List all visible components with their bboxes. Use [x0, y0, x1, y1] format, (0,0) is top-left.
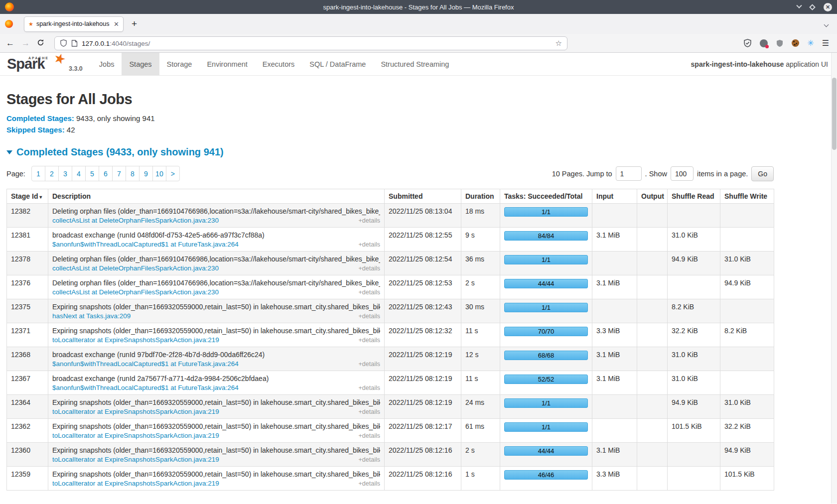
cell-shuffle-write [720, 371, 774, 395]
new-tab-button[interactable]: + [132, 18, 137, 29]
page-button-6[interactable]: 6 [99, 166, 113, 181]
shield-extension-icon[interactable] [743, 39, 752, 47]
details-toggle[interactable]: +details [359, 408, 380, 415]
column-header-shuffle-read[interactable]: Shuffle Read [668, 189, 720, 204]
cell-output [637, 323, 668, 347]
column-header-tasks-succeeded-total[interactable]: Tasks: Succeeded/Total [500, 189, 592, 204]
details-toggle[interactable]: +details [359, 480, 380, 487]
page-button-3[interactable]: 3 [58, 166, 72, 181]
cookie-extension-icon[interactable] [792, 39, 799, 47]
cell-shuffle-write: 94.9 KiB [720, 275, 774, 299]
window-title: spark-ingest-into-lakehouse - Stages for… [0, 3, 837, 11]
spark-logo[interactable]: APACHE Spark ★ [5, 53, 69, 75]
page-info-icon[interactable] [71, 40, 78, 47]
tab-close-icon[interactable]: ✕ [114, 20, 119, 28]
back-button[interactable]: ← [6, 39, 14, 47]
application-ui-suffix: application UI [784, 60, 828, 68]
stage-detail-link[interactable]: $anonfun$withThreadLocalCaptured$1 at Fu… [52, 241, 239, 248]
details-toggle[interactable]: +details [359, 265, 380, 272]
window-maximize-icon[interactable] [809, 4, 816, 10]
cell-submitted: 2022/11/25 08:13:04 [385, 204, 461, 228]
nav-item-jobs[interactable]: Jobs [92, 53, 122, 75]
stage-description-text: broadcast exchange (runId 97bdf70e-2f28-… [52, 351, 380, 359]
window-minimize-icon[interactable] [796, 3, 802, 8]
details-toggle[interactable]: +details [359, 217, 380, 224]
bookmark-star-icon[interactable]: ☆ [556, 39, 562, 48]
cell-stage-id: 12368 [7, 347, 48, 371]
cell-description: Expiring snapshots (older_than=166932055… [48, 419, 385, 443]
table-row: 12371Expiring snapshots (older_than=1669… [7, 323, 774, 347]
details-toggle[interactable]: +details [359, 432, 380, 439]
menu-icon[interactable]: ☰ [822, 38, 829, 48]
asterisk-extension-icon[interactable]: ✳ [807, 39, 814, 47]
column-header-input[interactable]: Input [592, 189, 637, 204]
sort-indicator-icon: ▾ [38, 194, 42, 200]
completed-stages-section-header[interactable]: Completed Stages (9433, only showing 941… [6, 146, 774, 158]
stage-detail-link[interactable]: $anonfun$withThreadLocalCaptured$1 at Fu… [52, 384, 239, 391]
column-header-submitted[interactable]: Submitted [385, 189, 461, 204]
page-button-10[interactable]: 10 [152, 166, 166, 181]
stage-detail-link[interactable]: toLocalIterator at ExpireSnapshotsSparkA… [52, 480, 219, 487]
page-button-4[interactable]: 4 [72, 166, 86, 181]
forward-button[interactable]: → [21, 39, 30, 47]
stage-detail-link[interactable]: toLocalIterator at ExpireSnapshotsSparkA… [52, 456, 219, 463]
stage-detail-link[interactable]: toLocalIterator at ExpireSnapshotsSparkA… [52, 336, 219, 344]
go-button[interactable]: Go [751, 166, 774, 181]
details-toggle[interactable]: +details [359, 456, 380, 463]
column-header-description[interactable]: Description [48, 189, 385, 204]
details-toggle[interactable]: +details [359, 361, 380, 368]
window-close-icon[interactable]: ✕ [824, 3, 832, 11]
tracking-shield-icon[interactable] [60, 39, 67, 47]
page-button-1[interactable]: 1 [31, 166, 45, 181]
skipped-stages-value: 42 [65, 126, 75, 134]
column-header-output[interactable]: Output [637, 189, 668, 204]
page-button-5[interactable]: 5 [85, 166, 99, 181]
url-bar[interactable]: 127.0.0.1:4040/stages/ ☆ [54, 36, 567, 50]
skipped-stages-label: Skipped Stages: [6, 126, 65, 134]
page-button-8[interactable]: 8 [126, 166, 140, 181]
stage-detail-link[interactable]: collectAsList at DeleteOrphanFilesSparkA… [52, 264, 219, 272]
stage-description-text: Expiring snapshots (older_than=166932055… [52, 398, 380, 406]
stage-detail-link[interactable]: hasNext at Tasks.java:209 [52, 312, 131, 320]
tab-list-chevron-icon[interactable] [825, 19, 828, 28]
details-toggle[interactable]: +details [359, 241, 380, 248]
column-header-stage-id[interactable]: Stage Id ▾ [7, 189, 48, 204]
page-button-next[interactable]: > [166, 166, 180, 181]
page-button-2[interactable]: 2 [45, 166, 59, 181]
details-toggle[interactable]: +details [359, 337, 380, 344]
jump-to-page-input[interactable] [616, 166, 642, 181]
column-header-duration[interactable]: Duration [461, 189, 500, 204]
collapse-arrow-icon[interactable] [6, 150, 12, 154]
page-button-9[interactable]: 9 [139, 166, 153, 181]
spark-version: 3.3.0 [69, 65, 83, 75]
cell-tasks: 1/1 [500, 252, 592, 275]
nav-item-environment[interactable]: Environment [199, 53, 255, 75]
scrollbar-thumb[interactable] [832, 78, 837, 150]
cell-input: 3.1 MiB [592, 347, 637, 371]
stage-detail-link[interactable]: collectAsList at DeleteOrphanFilesSparkA… [52, 217, 219, 224]
firefox-menu-icon[interactable] [5, 20, 13, 28]
stage-detail-link[interactable]: toLocalIterator at ExpireSnapshotsSparkA… [52, 408, 219, 415]
stage-detail-link[interactable]: toLocalIterator at ExpireSnapshotsSparkA… [52, 432, 219, 439]
reload-button[interactable] [37, 39, 44, 48]
application-name: spark-ingest-into-lakehouse [691, 60, 784, 68]
details-toggle[interactable]: +details [359, 384, 380, 391]
nav-item-stages[interactable]: Stages [122, 53, 159, 75]
stage-detail-link[interactable]: $anonfun$withThreadLocalCaptured$1 at Fu… [52, 360, 239, 368]
nav-item-executors[interactable]: Executors [255, 53, 302, 75]
column-header-shuffle-write[interactable]: Shuffle Write [720, 189, 774, 204]
details-toggle[interactable]: +details [359, 313, 380, 320]
browser-tab[interactable]: ★ spark-ingest-into-lakehous ✕ [24, 16, 124, 32]
page-scrollbar[interactable] [831, 53, 837, 504]
nav-item-structured-streaming[interactable]: Structured Streaming [373, 53, 456, 75]
nav-item-storage[interactable]: Storage [159, 53, 200, 75]
items-per-page-input[interactable] [671, 166, 694, 181]
ublock-icon[interactable] [776, 39, 784, 47]
nav-item-sql-dataframe[interactable]: SQL / DataFrame [302, 53, 373, 75]
stage-detail-link[interactable]: collectAsList at DeleteOrphanFilesSparkA… [52, 288, 219, 296]
details-toggle[interactable]: +details [359, 289, 380, 296]
privacy-extension-icon[interactable] [760, 39, 768, 47]
spark-nav-items: JobsStagesStorageEnvironmentExecutorsSQL… [92, 53, 457, 75]
stage-description-text: Deleting orphan files (older_than=166910… [52, 255, 380, 263]
page-button-7[interactable]: 7 [112, 166, 126, 181]
